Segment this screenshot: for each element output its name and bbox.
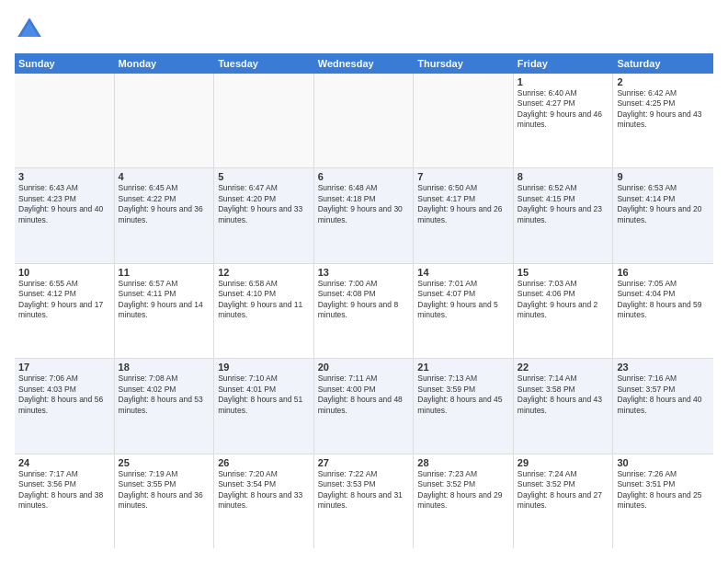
day-info: Sunrise: 7:11 AM Sunset: 4:00 PM Dayligh…: [318, 373, 410, 416]
day-number: 22: [518, 362, 609, 373]
page: SundayMondayTuesdayWednesdayThursdayFrid…: [0, 0, 728, 563]
calendar-cell-19: 19Sunrise: 7:10 AM Sunset: 4:01 PM Dayli…: [214, 359, 314, 453]
calendar-cell-9: 9Sunrise: 6:53 AM Sunset: 4:14 PM Daylig…: [613, 168, 713, 262]
day-number: 8: [518, 171, 609, 182]
day-number: 27: [318, 457, 410, 468]
day-info: Sunrise: 6:57 AM Sunset: 4:11 PM Dayligh…: [119, 279, 210, 321]
logo-icon: [15, 15, 44, 44]
day-info: Sunrise: 6:42 AM Sunset: 4:25 PM Dayligh…: [617, 88, 710, 131]
header: [15, 15, 713, 44]
calendar-cell-empty-2: [214, 74, 314, 167]
day-info: Sunrise: 7:06 AM Sunset: 4:03 PM Dayligh…: [18, 373, 110, 416]
header-day-friday: Friday: [514, 53, 614, 74]
logo: [15, 15, 48, 44]
calendar-cell-16: 16Sunrise: 7:05 AM Sunset: 4:04 PM Dayli…: [613, 264, 713, 358]
header-day-wednesday: Wednesday: [314, 53, 415, 74]
day-info: Sunrise: 6:52 AM Sunset: 4:15 PM Dayligh…: [518, 183, 609, 225]
day-info: Sunrise: 7:08 AM Sunset: 4:02 PM Dayligh…: [119, 373, 210, 416]
day-number: 25: [119, 457, 210, 468]
day-number: 11: [119, 267, 210, 278]
day-info: Sunrise: 7:13 AM Sunset: 3:59 PM Dayligh…: [417, 373, 509, 416]
calendar-cell-8: 8Sunrise: 6:52 AM Sunset: 4:15 PM Daylig…: [514, 168, 614, 262]
day-number: 7: [417, 171, 509, 182]
calendar-cell-24: 24Sunrise: 7:17 AM Sunset: 3:56 PM Dayli…: [15, 454, 115, 548]
day-number: 13: [318, 267, 410, 278]
day-number: 14: [417, 267, 509, 278]
calendar-row-1: 3Sunrise: 6:43 AM Sunset: 4:23 PM Daylig…: [15, 168, 713, 263]
calendar-cell-20: 20Sunrise: 7:11 AM Sunset: 4:00 PM Dayli…: [314, 359, 415, 453]
day-number: 29: [518, 457, 609, 468]
calendar-header: SundayMondayTuesdayWednesdayThursdayFrid…: [15, 53, 713, 74]
calendar-cell-empty-4: [414, 74, 514, 167]
calendar-row-4: 24Sunrise: 7:17 AM Sunset: 3:56 PM Dayli…: [15, 454, 713, 548]
calendar-body: 1Sunrise: 6:40 AM Sunset: 4:27 PM Daylig…: [15, 74, 713, 548]
day-info: Sunrise: 7:03 AM Sunset: 4:06 PM Dayligh…: [518, 279, 609, 321]
day-info: Sunrise: 7:01 AM Sunset: 4:07 PM Dayligh…: [417, 279, 509, 321]
day-info: Sunrise: 7:24 AM Sunset: 3:52 PM Dayligh…: [518, 469, 609, 511]
day-number: 12: [218, 267, 310, 278]
day-info: Sunrise: 7:19 AM Sunset: 3:55 PM Dayligh…: [119, 469, 210, 511]
calendar-cell-empty-3: [314, 74, 415, 167]
day-number: 24: [18, 457, 110, 468]
calendar-cell-28: 28Sunrise: 7:23 AM Sunset: 3:52 PM Dayli…: [414, 454, 514, 548]
calendar-cell-6: 6Sunrise: 6:48 AM Sunset: 4:18 PM Daylig…: [314, 168, 415, 262]
calendar-cell-15: 15Sunrise: 7:03 AM Sunset: 4:06 PM Dayli…: [514, 264, 614, 358]
calendar-cell-3: 3Sunrise: 6:43 AM Sunset: 4:23 PM Daylig…: [15, 168, 115, 262]
calendar-cell-12: 12Sunrise: 6:58 AM Sunset: 4:10 PM Dayli…: [214, 264, 314, 358]
calendar-cell-4: 4Sunrise: 6:45 AM Sunset: 4:22 PM Daylig…: [115, 168, 215, 262]
header-day-tuesday: Tuesday: [214, 53, 314, 74]
calendar-row-2: 10Sunrise: 6:55 AM Sunset: 4:12 PM Dayli…: [15, 264, 713, 359]
calendar-cell-22: 22Sunrise: 7:14 AM Sunset: 3:58 PM Dayli…: [514, 359, 614, 453]
day-number: 16: [617, 267, 710, 278]
day-info: Sunrise: 6:53 AM Sunset: 4:14 PM Dayligh…: [617, 183, 710, 225]
calendar-cell-empty-1: [115, 74, 215, 167]
header-day-thursday: Thursday: [414, 53, 514, 74]
day-number: 15: [518, 267, 609, 278]
header-day-saturday: Saturday: [613, 53, 713, 74]
calendar-cell-10: 10Sunrise: 6:55 AM Sunset: 4:12 PM Dayli…: [15, 264, 115, 358]
calendar-cell-18: 18Sunrise: 7:08 AM Sunset: 4:02 PM Dayli…: [115, 359, 215, 453]
day-number: 21: [417, 362, 509, 373]
day-number: 2: [617, 76, 710, 87]
day-info: Sunrise: 7:22 AM Sunset: 3:53 PM Dayligh…: [318, 469, 410, 511]
day-info: Sunrise: 6:48 AM Sunset: 4:18 PM Dayligh…: [318, 183, 410, 225]
header-day-sunday: Sunday: [15, 53, 115, 74]
calendar-cell-5: 5Sunrise: 6:47 AM Sunset: 4:20 PM Daylig…: [214, 168, 314, 262]
day-info: Sunrise: 6:43 AM Sunset: 4:23 PM Dayligh…: [18, 183, 110, 225]
day-number: 18: [119, 362, 210, 373]
day-number: 28: [417, 457, 509, 468]
day-info: Sunrise: 7:16 AM Sunset: 3:57 PM Dayligh…: [617, 373, 710, 416]
day-number: 1: [518, 76, 609, 87]
day-number: 3: [18, 171, 110, 182]
calendar: SundayMondayTuesdayWednesdayThursdayFrid…: [15, 53, 713, 548]
calendar-cell-11: 11Sunrise: 6:57 AM Sunset: 4:11 PM Dayli…: [115, 264, 215, 358]
day-number: 4: [119, 171, 210, 182]
day-number: 23: [617, 362, 710, 373]
calendar-cell-13: 13Sunrise: 7:00 AM Sunset: 4:08 PM Dayli…: [314, 264, 415, 358]
day-number: 20: [318, 362, 410, 373]
day-number: 5: [218, 171, 310, 182]
calendar-cell-23: 23Sunrise: 7:16 AM Sunset: 3:57 PM Dayli…: [613, 359, 713, 453]
day-info: Sunrise: 6:58 AM Sunset: 4:10 PM Dayligh…: [218, 279, 310, 321]
calendar-cell-2: 2Sunrise: 6:42 AM Sunset: 4:25 PM Daylig…: [613, 74, 713, 167]
day-info: Sunrise: 7:17 AM Sunset: 3:56 PM Dayligh…: [18, 469, 110, 511]
day-number: 9: [617, 171, 710, 182]
day-info: Sunrise: 7:14 AM Sunset: 3:58 PM Dayligh…: [518, 373, 609, 416]
calendar-cell-empty-0: [15, 74, 115, 167]
day-info: Sunrise: 6:40 AM Sunset: 4:27 PM Dayligh…: [518, 88, 609, 131]
calendar-cell-7: 7Sunrise: 6:50 AM Sunset: 4:17 PM Daylig…: [414, 168, 514, 262]
day-info: Sunrise: 7:26 AM Sunset: 3:51 PM Dayligh…: [617, 469, 710, 511]
day-number: 6: [318, 171, 410, 182]
day-number: 17: [18, 362, 110, 373]
day-info: Sunrise: 7:00 AM Sunset: 4:08 PM Dayligh…: [318, 279, 410, 321]
day-info: Sunrise: 7:10 AM Sunset: 4:01 PM Dayligh…: [218, 373, 310, 416]
day-number: 30: [617, 457, 710, 468]
day-info: Sunrise: 6:45 AM Sunset: 4:22 PM Dayligh…: [119, 183, 210, 225]
calendar-cell-14: 14Sunrise: 7:01 AM Sunset: 4:07 PM Dayli…: [414, 264, 514, 358]
calendar-cell-26: 26Sunrise: 7:20 AM Sunset: 3:54 PM Dayli…: [214, 454, 314, 548]
calendar-row-3: 17Sunrise: 7:06 AM Sunset: 4:03 PM Dayli…: [15, 359, 713, 454]
calendar-cell-25: 25Sunrise: 7:19 AM Sunset: 3:55 PM Dayli…: [115, 454, 215, 548]
day-number: 26: [218, 457, 310, 468]
day-info: Sunrise: 7:05 AM Sunset: 4:04 PM Dayligh…: [617, 279, 710, 321]
header-day-monday: Monday: [115, 53, 215, 74]
